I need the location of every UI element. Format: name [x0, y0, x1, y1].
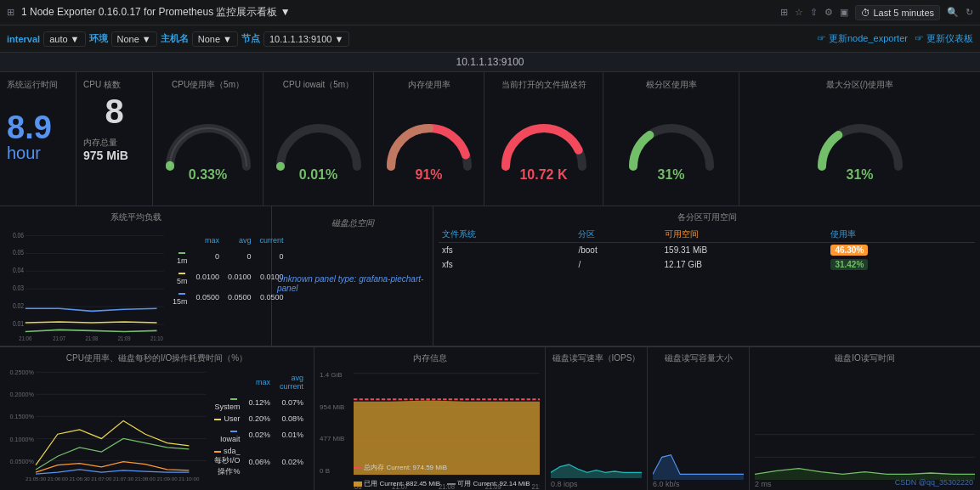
svg-text:21:08:00: 21:08:00	[135, 476, 156, 482]
partition-row-boot: xfs /boot 159.31 MiB 46.30%	[439, 243, 975, 258]
legend-1m: 1m 000	[169, 247, 287, 266]
partitions-title: 各分区可用空间	[439, 211, 975, 223]
mem-info-title: 内存信息	[320, 352, 540, 364]
mem-usage-panel: 内存使用率 91%	[374, 72, 484, 206]
svg-text:0.03: 0.03	[13, 284, 24, 293]
uptime-label: 系统运行时间	[7, 79, 69, 91]
partitions-panel: 各分区可用空间 文件系统 分区 可用空间 使用率 xfs /boot 159.3…	[433, 206, 980, 346]
fd-gauge: 10.72 K	[497, 94, 591, 199]
top-bar-title: 1 Node Exporter 0.16.0.17 for Prometheus…	[21, 5, 291, 20]
mem-usage-value: 91%	[415, 167, 442, 183]
svg-text:21:06:00: 21:06:00	[48, 476, 69, 482]
svg-text:0.04: 0.04	[13, 267, 25, 275]
top-bar-right: ⊞ ☆ ⇧ ⚙ ▣ ⏱ Last 5 minutes 🔍 ↻	[780, 5, 973, 20]
env-label: 环境	[89, 32, 108, 45]
cpu-iowait-panel: CPU iowait（5m） 0.01%	[263, 72, 374, 206]
svg-text:21:06: 21:06	[19, 335, 31, 341]
uptime-panel: 系统运行时间 8.9 hour	[0, 72, 76, 206]
env-select[interactable]: None ▼	[111, 31, 157, 47]
fd-label: 当前打开的文件描述符	[501, 79, 586, 91]
partition-row-root: xfs / 12.17 GiB 31.42%	[439, 257, 975, 272]
usage-badge-boot: 46.30%	[830, 245, 868, 256]
mem-legend: 总内存 Current: 974.59 MiB 已用 Current: 882.…	[354, 463, 540, 488]
svg-text:0.2000%: 0.2000%	[10, 391, 35, 398]
cpu-iowait-label: CPU iowait（5m）	[283, 79, 354, 91]
cpu-legend-sda: sda_每秒I/O操作% 0.06%0.02%	[208, 446, 307, 478]
col-part: 分区	[575, 227, 660, 243]
cpu-iowait-value: 0.01%	[299, 167, 337, 183]
node-label: 节点	[241, 32, 260, 45]
disk-write-size-panel: 磁盘读写容量大小 6.0 kb/s	[648, 346, 750, 490]
mem-y-label-1: 954 MiB	[320, 403, 352, 411]
svg-marker-47	[653, 455, 744, 480]
uptime-unit: hour	[7, 144, 69, 163]
svg-text:21:08: 21:08	[86, 335, 99, 341]
cpu-usage-gauge-svg	[161, 111, 255, 171]
svg-text:0.1000%: 0.1000%	[10, 436, 35, 443]
update-exporter-link[interactable]: ☞ 更新node_exporter	[817, 32, 908, 45]
max-disk-panel: 最大分区(/)使用率 31%	[739, 72, 980, 206]
mem-usage-label: 内存使用率	[408, 79, 450, 91]
legend-5m: 5m 0.01000.01000.0100	[169, 268, 287, 286]
svg-text:0.02: 0.02	[13, 302, 24, 311]
cpu-usage-label: CPU使用率（5m）	[172, 79, 244, 91]
disk-io-panel: 磁盘IO读写时间 2 ms	[750, 346, 980, 490]
disk-write-size-title: 磁盘读写容量大小	[653, 352, 744, 364]
col-usage: 使用率	[827, 227, 975, 243]
svg-text:0.01: 0.01	[13, 319, 24, 328]
fd-value: 10.72 K	[519, 167, 567, 183]
usage-badge-root: 31.42%	[830, 259, 868, 270]
cpu-chart-panel: CPU使用率、磁盘每秒的I/O操作耗费时间（%） 0.2500% 0.2000%…	[0, 346, 314, 490]
root-disk-value: 31%	[657, 167, 684, 183]
mem-info-panel: 内存信息 1.4 GiB 954 MiB 477 MiB 0 B	[314, 346, 546, 490]
svg-text:21:07: 21:07	[53, 335, 65, 341]
uptime-value: 8.9	[7, 110, 52, 145]
monitor-icon[interactable]: ▣	[840, 7, 848, 18]
cpu-iowait-gauge-svg	[272, 111, 365, 171]
stat-row: 系统运行时间 8.9 hour CPU 核数 8 内存总量 975 MiB CP…	[0, 72, 980, 206]
dashboard-icon[interactable]: ⊞	[780, 7, 788, 18]
bot-row: CPU使用率、磁盘每秒的I/O操作耗费时间（%） 0.2500% 0.2000%…	[0, 346, 980, 490]
cpu-mem-panel: CPU 核数 8 内存总量 975 MiB	[76, 72, 153, 206]
legend-15m: 15m 0.05000.05000.0500	[169, 288, 287, 307]
search-icon[interactable]: 🔍	[947, 7, 959, 18]
settings-icon[interactable]: ⚙	[824, 7, 833, 18]
svg-text:21:07:30: 21:07:30	[113, 476, 134, 482]
root-disk-label: 根分区使用率	[646, 79, 697, 91]
ctrl-bar-right: ☞ 更新node_exporter ☞ 更新仪表板	[817, 32, 973, 45]
host-select[interactable]: None ▼	[192, 31, 238, 47]
disk-read-panel: 磁盘读写速率（IOPS） 0.8 iops	[546, 346, 648, 490]
disk-write-size-sub: 6.0 kb/s	[653, 480, 744, 488]
grid-icon[interactable]: ⊞	[7, 7, 14, 18]
fd-gauge-svg	[497, 111, 591, 171]
share-icon[interactable]: ⇧	[810, 7, 818, 18]
disk-unknown-msg: Unknown panel type: grafana-piechart-pan…	[277, 233, 428, 335]
root-disk-gauge-svg	[625, 111, 718, 171]
ctrl-bar: interval auto ▼ 环境 None ▼ 主机名 None ▼ 节点 …	[0, 25, 980, 53]
fd-panel: 当前打开的文件描述符 10.72 K	[484, 72, 603, 206]
col-free: 可用空间	[661, 227, 828, 243]
svg-text:21:06:30: 21:06:30	[70, 476, 91, 482]
mem-usage-gauge: 91%	[382, 94, 476, 199]
cpu-iowait-gauge: 0.01%	[272, 94, 365, 199]
svg-text:21:07:00: 21:07:00	[91, 476, 112, 482]
svg-text:0.1500%: 0.1500%	[10, 413, 35, 420]
mem-total-value: 975 MiB	[83, 149, 145, 162]
time-range-selector[interactable]: ⏱ Last 5 minutes	[855, 5, 940, 20]
root-disk-gauge: 31%	[625, 94, 718, 199]
interval-label: interval	[7, 34, 40, 44]
node-select[interactable]: 10.1.1.13:9100 ▼	[263, 31, 349, 47]
update-dashboard-link[interactable]: ☞ 更新仪表板	[915, 32, 973, 45]
star-icon[interactable]: ☆	[795, 7, 803, 18]
refresh-icon[interactable]: ↻	[966, 7, 973, 18]
svg-text:21:09:00: 21:09:00	[157, 476, 178, 482]
max-disk-gauge-svg	[813, 111, 907, 171]
interval-select[interactable]: auto ▼	[43, 31, 85, 47]
disk-io-title: 磁盘IO读写时间	[755, 352, 975, 364]
svg-marker-46	[551, 465, 642, 478]
cpu-legend: max avg current System 0.12%0.07% User 0…	[207, 371, 309, 480]
mem-usage-gauge-svg	[382, 111, 476, 171]
cpu-cores-value: 8	[83, 94, 145, 128]
col-fs: 文件系统	[439, 227, 575, 243]
mem-total-label: 内存总量	[83, 137, 145, 149]
